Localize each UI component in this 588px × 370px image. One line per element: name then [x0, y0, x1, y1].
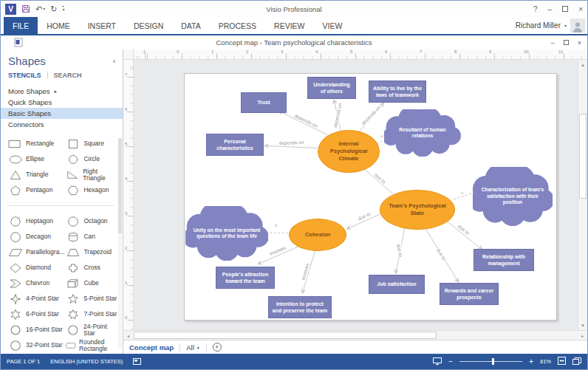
shape-item-32-point-star[interactable]: 32-Point Star — [7, 340, 64, 352]
diagram-node-understanding-of-others[interactable]: Understanding of others — [307, 77, 356, 99]
shape-item-5-point-star[interactable]: 5-Point Star — [64, 293, 120, 305]
scroll-down-icon[interactable]: ▼ — [578, 321, 587, 330]
shape-item-rounded-rectangle[interactable]: Rounded Rectangle — [64, 339, 120, 352]
tab-search[interactable]: SEARCH — [54, 72, 82, 79]
shape-item-4-point-star[interactable]: 4-Point Star — [7, 293, 64, 305]
close-button[interactable]: × — [578, 5, 583, 13]
diagram-node-internal-psychological-climate[interactable]: Internal Psychological Climate — [318, 130, 380, 173]
shape-item-diamond[interactable]: Diamond — [7, 262, 64, 274]
zoom-slider-thumb[interactable] — [492, 358, 494, 365]
shape-item-cube[interactable]: Cube — [64, 278, 120, 290]
shape-item-6-point-star[interactable]: 6-Point Star — [7, 309, 64, 321]
undo-caret-icon[interactable]: ▾ — [43, 7, 45, 11]
shape-item-right-triangle[interactable]: Right Triangle — [64, 168, 120, 182]
ribbon-tab-view[interactable]: VIEW — [314, 17, 352, 34]
shape-item-decagon[interactable]: Decagon — [7, 231, 64, 243]
customize-qat-icon[interactable]: ▾ — [62, 6, 64, 12]
scroll-left-icon[interactable]: ◂ — [123, 333, 133, 338]
stencil-nav-quick-shapes[interactable]: Quick Shapes — [1, 97, 123, 108]
fit-page-icon[interactable] — [558, 357, 566, 366]
shape-item-24-point-star[interactable]: 24-Point Star — [64, 323, 120, 337]
minimize-button[interactable]: – — [548, 5, 553, 13]
ribbon-tab-process[interactable]: PROCESS — [210, 17, 265, 34]
shape-item-octagon[interactable]: Octagon — [64, 216, 120, 227]
diagram-node-trust[interactable]: Trust — [241, 92, 287, 113]
doc-minimize-button[interactable]: – — [551, 39, 555, 47]
diagram-node-cohesion[interactable]: Cohesion — [289, 219, 346, 251]
diagram-node-intention-to-protect-and-preserve-the-te[interactable]: Intention to protect and preserve the te… — [268, 296, 332, 318]
account-caret-icon[interactable]: ▾ — [564, 23, 567, 28]
ribbon-tab-design[interactable]: DESIGN — [125, 17, 172, 34]
drawing-page[interactable]: depends ondepends ondepends ondepends on… — [184, 73, 557, 321]
ribbon-tab-file[interactable]: FILE — [4, 17, 38, 34]
shape-item-chevron[interactable]: Chevron — [7, 278, 64, 290]
stencil-nav-connectors[interactable]: Connectors — [1, 119, 123, 130]
diagram-node-ability-to-live-by-the-laws-of-teamwork[interactable]: Ability to live by the laws of teamwork — [369, 80, 426, 103]
diagram-node-characterization-of-team-s-satisfaction-[interactable]: Characterization of team's satisfaction … — [473, 167, 553, 226]
shape-item-circle[interactable]: Circle — [64, 154, 120, 165]
zoom-level[interactable]: 81% — [540, 358, 551, 365]
shape-item-hexagon[interactable]: Hexagon — [64, 185, 120, 196]
connector-line[interactable] — [362, 167, 394, 195]
diagram-node-relationship-with-management[interactable]: Relationship with management — [474, 249, 534, 271]
zoom-out-button[interactable]: − — [448, 358, 453, 366]
scroll-up-icon[interactable]: ▲ — [578, 60, 587, 69]
ribbon-tab-data[interactable]: DATA — [172, 17, 209, 34]
stencil-nav-basic-shapes[interactable]: Basic Shapes — [1, 108, 123, 119]
vertical-scroll-thumb[interactable] — [579, 114, 587, 199]
shape-item-cross[interactable]: Cross — [64, 262, 120, 274]
shape-item-triangle[interactable]: Triangle — [7, 169, 64, 181]
horizontal-scroll-thumb[interactable] — [134, 332, 437, 339]
vertical-scrollbar[interactable]: ▲ ▼ — [578, 60, 587, 330]
user-name[interactable]: Richard Miller — [516, 21, 561, 30]
ribbon-tab-home[interactable]: HOME — [38, 17, 79, 34]
diagram-node-resultant-of-human-relations[interactable]: Resultant of human relations — [384, 109, 461, 157]
presentation-mode-icon[interactable] — [433, 357, 442, 366]
language-indicator[interactable]: ENGLISH (UNITED STATES) — [50, 358, 123, 365]
help-button[interactable]: ? — [533, 5, 538, 13]
doc-close-button[interactable]: × — [578, 39, 581, 47]
vertical-scroll-track[interactable] — [578, 69, 587, 321]
ribbon-tab-review[interactable]: REVIEW — [265, 17, 313, 34]
drawing-canvas[interactable]: depends ondepends ondepends ondepends on… — [134, 60, 578, 330]
tab-stencils[interactable]: STENCILS — [8, 72, 41, 79]
panel-scrollbar-thumb[interactable] — [118, 138, 122, 233]
page-indicator[interactable]: PAGE 1 OF 1 — [7, 358, 40, 365]
doc-maximize-button[interactable] — [564, 40, 569, 45]
panel-scrollbar[interactable] — [118, 138, 122, 349]
shape-item-rectangle[interactable]: Rectangle — [7, 138, 64, 150]
account-area[interactable]: Richard Miller ▾ — [516, 17, 587, 34]
shape-item-pentagon[interactable]: Pentagon — [7, 185, 64, 196]
scroll-right-icon[interactable]: ▸ — [578, 333, 587, 338]
shape-item-16-point-star[interactable]: 16-Point Star — [7, 324, 64, 336]
undo-icon[interactable]: ↶▾ — [35, 5, 45, 13]
connector-line[interactable] — [279, 112, 332, 137]
collapse-panel-icon[interactable]: ‹ — [113, 57, 115, 65]
page-filter-dropdown[interactable]: All▲ — [186, 343, 200, 352]
connector-line[interactable] — [265, 145, 318, 148]
zoom-in-button[interactable]: + — [529, 358, 533, 366]
diagram-node-team-s-psychological-state[interactable]: Team's Psychological State — [380, 190, 455, 230]
diagram-node-unity-on-the-most-important-questions-of[interactable]: Unity on the most important questions of… — [185, 206, 268, 261]
shape-item-trapezoid[interactable]: Trapezoid — [64, 247, 120, 258]
shape-item-can[interactable]: Can — [64, 231, 120, 243]
add-page-button[interactable]: + — [213, 343, 222, 352]
shape-item-7-point-star[interactable]: 7-Point Star — [64, 309, 120, 321]
diagram-node-job-satisfaction[interactable]: Job satisfaction — [369, 275, 425, 294]
avatar[interactable] — [570, 18, 585, 32]
redo-icon[interactable]: ↻ — [50, 5, 57, 13]
diagram-node-rewards-and-career-prospects[interactable]: Rewards and career prospects — [440, 283, 499, 305]
page-tab-concept-map[interactable]: Concept map — [129, 343, 174, 352]
switch-windows-icon[interactable] — [572, 357, 581, 366]
shape-item-ellipse[interactable]: Ellipse — [7, 154, 64, 165]
macro-icon[interactable] — [133, 358, 141, 365]
diagram-node-people-s-attraction-toward-the-team[interactable]: People's attraction toward the team — [216, 267, 275, 289]
horizontal-scrollbar[interactable]: ◂ ▸ — [123, 330, 587, 340]
ribbon-tab-insert[interactable]: INSERT — [79, 17, 125, 34]
diagram-node-personal-characteristics[interactable]: Personal characteristics — [206, 134, 264, 156]
shape-item-heptagon[interactable]: Heptagon — [7, 216, 64, 227]
zoom-slider[interactable] — [459, 361, 522, 362]
save-icon[interactable] — [21, 4, 30, 13]
visio-app-icon[interactable]: V — [5, 4, 16, 15]
shape-item-parallelogra-[interactable]: Parallelogra... — [7, 247, 64, 258]
